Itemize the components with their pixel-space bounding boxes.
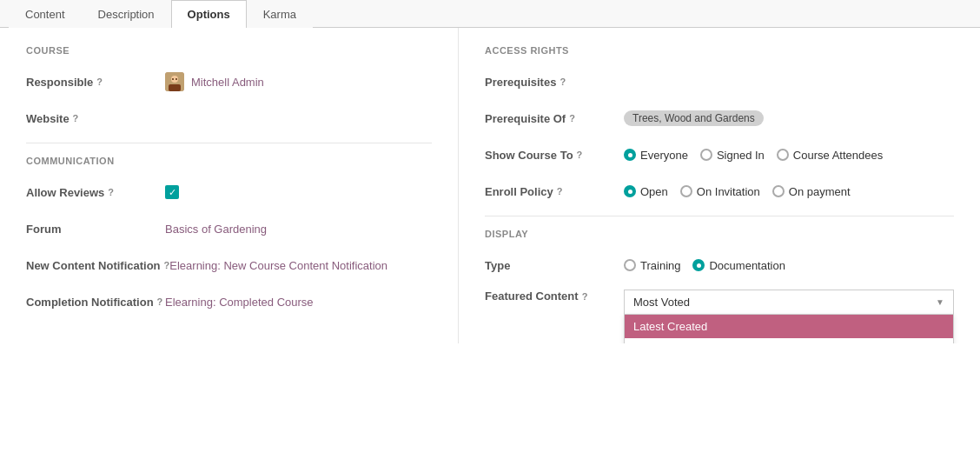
radio-attendees-circle [777,149,789,161]
radio-payment-circle [772,185,785,197]
type-label: Type [485,259,624,272]
prerequisites-row: Prerequisites ? [485,70,954,94]
completion-notification-value: Elearning: Completed Course [165,296,432,309]
radio-invitation-circle [680,185,692,197]
prerequisites-label: Prerequisites ? [485,76,624,89]
completion-notification-row: Completion Notification ? Elearning: Com… [26,290,432,314]
radio-documentation-label: Documentation [709,259,785,272]
svg-point-3 [172,78,174,80]
dropdown-arrow-icon: ▼ [936,297,944,307]
featured-content-row: Featured Content ? Most Voted ▼ Latest C… [485,290,954,314]
tab-karma[interactable]: Karma [247,0,313,28]
new-content-notification-label: New Content Notification ? [26,259,169,272]
responsible-label: Responsible ? [26,76,165,89]
responsible-value: Mitchell Admin [165,72,432,91]
access-rights-section-title: ACCESS RIGHTS [485,45,954,56]
allow-reviews-help-icon[interactable]: ? [108,187,114,197]
featured-content-menu: Latest Created Most Voted Most Viewed Se… [624,314,954,343]
radio-everyone-label: Everyone [640,149,688,162]
featured-content-selected: Most Voted [633,296,690,309]
avatar [165,72,184,91]
dropdown-item-most-voted[interactable]: Most Voted [625,338,953,343]
radio-invitation-label: On Invitation [697,185,760,198]
radio-everyone-circle [624,149,636,161]
type-options: Training Documentation [624,259,954,272]
display-section-title: DISPLAY [485,229,954,239]
new-content-notification-value: Elearning: New Course Content Notificati… [169,259,432,272]
radio-documentation-circle [692,259,705,271]
featured-content-help-icon[interactable]: ? [582,291,588,302]
enroll-policy-row: Enroll Policy ? Open On Invitation On pa… [485,179,954,203]
featured-content-value: Most Voted ▼ Latest Created Most Voted M… [624,290,954,314]
featured-content-dropdown[interactable]: Most Voted ▼ [624,290,954,314]
tab-description[interactable]: Description [82,0,171,28]
show-course-to-attendees[interactable]: Course Attendees [777,149,883,162]
allow-reviews-value: ✓ [165,185,432,199]
allow-reviews-row: Allow Reviews ? ✓ [26,180,432,204]
new-content-notification-row: New Content Notification ? Elearning: Ne… [26,253,432,277]
radio-open-label: Open [640,185,668,198]
communication-section-title: COMMUNICATION [26,156,432,166]
show-course-to-options: Everyone Signed In Course Attendees [624,149,954,162]
forum-label: Forum [26,223,165,236]
radio-training-circle [624,259,636,271]
featured-content-label: Featured Content ? [485,290,624,303]
tab-content[interactable]: Content [9,0,82,28]
enroll-policy-help-icon[interactable]: ? [557,186,563,196]
allow-reviews-label: Allow Reviews ? [26,186,165,199]
enroll-policy-label: Enroll Policy ? [485,185,624,198]
right-panel: ACCESS RIGHTS Prerequisites ? Prerequisi… [458,28,980,343]
radio-payment-label: On payment [789,185,851,198]
new-content-notification-help-icon[interactable]: ? [164,260,170,270]
radio-open-circle [624,185,636,197]
dropdown-item-latest-created[interactable]: Latest Created [625,315,953,338]
show-course-to-signed-in[interactable]: Signed In [700,149,765,162]
enroll-policy-invitation[interactable]: On Invitation [680,185,760,198]
prerequisite-of-help-icon[interactable]: ? [569,113,575,123]
responsible-row: Responsible ? Mitchell Admin [26,70,432,94]
tab-bar: Content Description Options Karma [0,0,980,28]
prerequisite-of-tag[interactable]: Trees, Wood and Gardens [624,110,764,126]
radio-attendees-label: Course Attendees [793,149,883,162]
forum-link[interactable]: Basics of Gardening [165,223,267,236]
enroll-policy-open[interactable]: Open [624,185,668,198]
enroll-policy-payment[interactable]: On payment [772,185,851,198]
completion-notification-help-icon[interactable]: ? [157,296,163,307]
forum-row: Forum Basics of Gardening [26,216,432,241]
responsible-user[interactable]: Mitchell Admin [191,76,264,89]
type-training[interactable]: Training [624,259,680,272]
show-course-to-everyone[interactable]: Everyone [624,149,688,162]
enroll-policy-options: Open On Invitation On payment [624,185,954,198]
allow-reviews-checkbox[interactable]: ✓ [165,185,179,199]
new-content-notification-link[interactable]: Elearning: New Course Content Notificati… [169,259,387,272]
radio-signed-in-label: Signed In [717,149,765,162]
prerequisite-of-value: Trees, Wood and Gardens [624,110,954,126]
left-panel: COURSE Responsible ? Mitchell Admin [0,28,458,343]
radio-signed-in-circle [700,149,712,161]
responsible-help-icon[interactable]: ? [96,77,103,87]
completion-notification-label: Completion Notification ? [26,296,165,309]
completion-notification-link[interactable]: Elearning: Completed Course [165,296,314,309]
website-row: Website ? [26,106,432,130]
featured-content-dropdown-wrapper: Most Voted ▼ Latest Created Most Voted M… [624,290,954,314]
tab-options[interactable]: Options [171,0,247,28]
type-documentation[interactable]: Documentation [692,259,785,272]
website-label: Website ? [26,112,165,125]
prerequisites-help-icon[interactable]: ? [560,77,566,87]
show-course-to-row: Show Course To ? Everyone Signed In Cour… [485,143,954,167]
forum-value: Basics of Gardening [165,223,432,236]
prerequisite-of-label: Prerequisite Of ? [485,112,624,125]
svg-point-4 [175,78,177,80]
svg-rect-2 [169,84,181,91]
radio-training-label: Training [640,259,680,272]
show-course-to-label: Show Course To ? [485,149,624,162]
website-help-icon[interactable]: ? [73,113,79,123]
display-section: DISPLAY Type Training Documentation [485,216,954,314]
type-row: Type Training Documentation [485,253,954,277]
show-course-to-help-icon[interactable]: ? [577,150,583,160]
communication-section: COMMUNICATION Allow Reviews ? ✓ Forum Ba… [26,143,432,314]
prerequisite-of-row: Prerequisite Of ? Trees, Wood and Garden… [485,106,954,130]
course-section-title: COURSE [26,45,432,56]
